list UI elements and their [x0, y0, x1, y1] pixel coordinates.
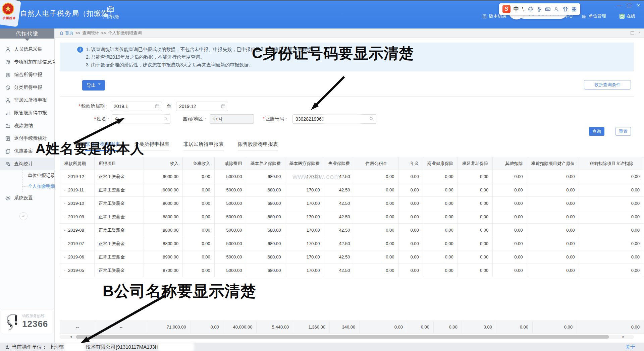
page-close-icon[interactable]: × [638, 31, 641, 35]
table-row[interactable]: -2019-07正常工资薪金8800.000.005000.00680.0017… [60, 237, 644, 250]
toolbox-grid-icon[interactable] [571, 6, 577, 12]
table-cell: 0.00 [579, 264, 644, 277]
collapse-query-button[interactable]: 收折查询条件 [584, 80, 631, 90]
tab-4[interactable]: 限售股所得申报表 [238, 141, 278, 153]
table-row[interactable]: -2019-06正常工资薪金8900.000.005000.00680.0017… [60, 250, 644, 264]
close-button[interactable]: × [637, 3, 640, 8]
column-header: 所得项目 [95, 157, 144, 170]
sidebar-item-label: 专项附加扣除信息采集 [14, 59, 55, 65]
ime-punctuation-toggle[interactable]: ’, [522, 6, 525, 12]
table-cell: 正常工资薪金 [95, 210, 144, 224]
column-header: 免税收入 [183, 157, 215, 170]
table-cell: 0.00 [398, 237, 423, 250]
total-cell: 0.00 [433, 321, 462, 334]
minimize-button[interactable]: — [616, 3, 621, 8]
total-cell: 0.00 [360, 321, 407, 334]
table-cell: 5000.00 [214, 197, 246, 210]
table-cell: 5000.00 [214, 250, 246, 264]
row-expander-icon[interactable]: - [64, 268, 65, 273]
ime-lang-toggle[interactable]: 中 [514, 6, 519, 13]
sidebar-item-11[interactable]: 系统设置 [0, 192, 55, 204]
sidebar-item-2[interactable]: 专项附加扣除信息采集 [0, 56, 55, 68]
shirt-skin-icon[interactable] [562, 6, 568, 12]
sidebar-subitem-1[interactable]: 单位申报记录查询 [22, 170, 55, 181]
column-header: 税延养老保险 [458, 157, 493, 170]
sidebar-subitem-2[interactable]: 个人扣缴明细查询 [22, 181, 55, 192]
table-cell: 42.50 [324, 264, 354, 277]
about-link[interactable]: 关于 [625, 344, 635, 350]
sogou-logo-icon[interactable]: S [502, 5, 511, 13]
tree-dash [22, 186, 26, 187]
row-expander-icon[interactable]: - [64, 215, 65, 219]
calendar-icon[interactable] [155, 104, 160, 109]
emoji-icon[interactable] [528, 6, 533, 12]
row-expander-icon[interactable]: - [64, 228, 65, 233]
chevron-up-icon [5, 162, 8, 166]
table-cell: 170.00 [285, 224, 324, 237]
table-cell: -2019-10 [60, 197, 95, 210]
table-cell: 0.00 [493, 210, 527, 224]
watermark: www.oliw.com [292, 173, 340, 181]
hotline-card: 纳税服务热线 12366 [1, 309, 53, 333]
breadcrumb-level2: 个人扣缴明细查询 [108, 30, 142, 36]
sidebar-item-1[interactable]: 人员信息采集 [0, 43, 55, 56]
table-row[interactable]: -2019-08正常工资薪金8800.000.005000.00680.0017… [60, 224, 644, 237]
skin-person-icon[interactable] [554, 6, 559, 12]
search-icon[interactable] [369, 116, 374, 121]
page-maximize-icon[interactable] [631, 31, 634, 35]
row-expander-icon[interactable]: - [64, 174, 65, 179]
pie-icon [5, 85, 11, 91]
annotation-c-text: C身份证号码要显示清楚 [252, 44, 414, 63]
sidebar-item-3[interactable]: 综合所得申报 [0, 68, 55, 81]
period-from-input[interactable]: 2019.1 [111, 102, 162, 111]
quick-link-4[interactable]: 单位管理 [582, 13, 606, 19]
table-row[interactable]: -2019-11正常工资薪金9000.000.005000.00680.0017… [60, 183, 644, 197]
column-header: 失业保险费 [324, 157, 354, 170]
keyboard-icon[interactable] [545, 6, 551, 12]
export-button[interactable]: 导出 [82, 80, 105, 91]
sidebar-collapse-button[interactable]: « [19, 212, 28, 220]
online-status-label: 在线 [627, 13, 635, 19]
microphone-icon[interactable] [536, 6, 542, 12]
row-expander-icon[interactable]: - [64, 188, 65, 192]
sidebar-item-5[interactable]: 非居民所得申报 [0, 94, 55, 107]
table-row[interactable]: -2019-05正常工资薪金8700.000.005000.00680.0017… [60, 264, 644, 277]
sidebar-item-7[interactable]: 税款缴纳 [0, 119, 55, 132]
breadcrumb-home-link[interactable]: 首页 [59, 30, 73, 36]
scroll-right-icon[interactable]: ▶ [623, 335, 625, 339]
table-row[interactable]: -2019-10正常工资薪金9000.000.005000.00680.0017… [60, 197, 644, 210]
breadcrumb-sep: >> [75, 31, 80, 36]
table-cell: 正常工资薪金 [95, 250, 144, 264]
scroll-left-icon[interactable]: ◀ [70, 335, 72, 339]
table-cell: 8800.00 [144, 224, 182, 237]
table-cell: 680.00 [246, 183, 285, 197]
table-header-row: 税款所属期所得项目收入免税收入减除费用基本养老保险费基本医疗保险费失业保险费住房… [60, 157, 644, 170]
table-cell: 0.00 [398, 197, 423, 210]
table-cell: 0.00 [527, 183, 579, 197]
sidebar-item-10[interactable]: 查询统计 [0, 158, 55, 170]
query-button[interactable]: 查询 [589, 127, 604, 136]
table-cell: 0.00 [183, 224, 215, 237]
home-icon [59, 31, 64, 35]
sidebar-item-6[interactable]: 限售股所得申报 [0, 107, 55, 119]
row-expander-icon[interactable]: - [64, 241, 65, 246]
table-row[interactable]: -2019-12正常工资薪金9000.000.005000.00680.0017… [60, 170, 644, 183]
tab-3[interactable]: 非居民所得申报表 [183, 141, 224, 153]
table-row[interactable]: -2019-09正常工资薪金8800.000.005000.00680.0017… [60, 210, 644, 224]
breadcrumb-level1[interactable]: 查询统计 [83, 30, 99, 36]
row-expander-icon[interactable]: - [64, 201, 65, 206]
column-header: 商业健康保险 [423, 157, 458, 170]
online-status[interactable]: 在线 [620, 13, 635, 19]
calendar-icon[interactable] [221, 104, 226, 109]
maximize-button[interactable] [627, 4, 631, 7]
row-expander-icon[interactable]: - [64, 255, 65, 259]
top-nav-withholding-tab[interactable]: 代扣代缴 [101, 5, 121, 20]
sidebar-item-4[interactable]: 分类所得申报 [0, 81, 55, 94]
ime-toolbar[interactable]: S 中 ’, [499, 3, 580, 15]
table-cell: 0.00 [354, 197, 398, 210]
doc-icon [482, 14, 487, 19]
search-icon[interactable] [163, 116, 168, 121]
table-cell: 0.00 [183, 237, 215, 250]
reset-button[interactable]: 重置 [615, 127, 631, 136]
period-to-input[interactable]: 2019.12 [176, 102, 228, 111]
